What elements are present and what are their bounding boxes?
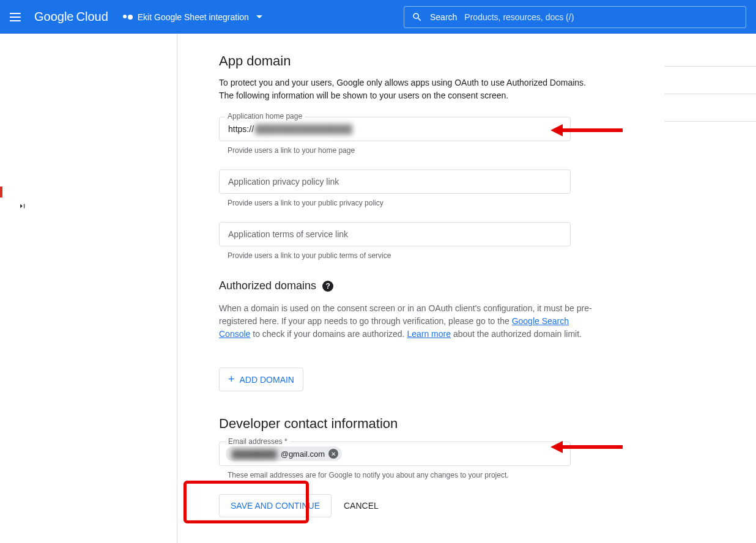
logo-cloud-text: Cloud bbox=[76, 10, 108, 24]
add-domain-label: ADD DOMAIN bbox=[240, 375, 294, 385]
plus-icon: + bbox=[228, 373, 235, 386]
project-name: Ekit Google Sheet integration bbox=[138, 12, 249, 22]
sidebar-active-marker bbox=[0, 187, 2, 198]
chevron-down-icon bbox=[256, 15, 262, 18]
tos-input[interactable] bbox=[219, 222, 571, 246]
home-page-helper: Provide users a link to your home page bbox=[228, 146, 598, 155]
home-page-label: Application home page bbox=[225, 112, 305, 120]
google-cloud-logo[interactable]: Google Cloud bbox=[34, 10, 108, 24]
help-icon[interactable]: ? bbox=[322, 281, 333, 292]
project-icon bbox=[123, 15, 133, 20]
authorized-domains-title-row: Authorized domains ? bbox=[219, 279, 598, 292]
logo-google-text: Google bbox=[34, 10, 74, 24]
search-placeholder: Products, resources, docs (/) bbox=[464, 12, 574, 22]
sidebar bbox=[0, 34, 177, 543]
privacy-helper: Provide users a link to your public priv… bbox=[228, 199, 598, 207]
developer-contact-title: Developer contact information bbox=[219, 416, 598, 432]
top-header: Google Cloud Ekit Google Sheet integrati… bbox=[0, 0, 756, 34]
content-area: App domain To protect you and your users… bbox=[195, 34, 623, 543]
email-helper: These email addresses are for Google to … bbox=[228, 471, 598, 479]
tos-field bbox=[219, 222, 598, 246]
privacy-input[interactable] bbox=[219, 169, 571, 194]
add-domain-button[interactable]: + ADD DOMAIN bbox=[219, 368, 303, 391]
email-addresses-label: Email addresses * bbox=[226, 437, 290, 446]
home-page-field: Application home page https:// █████████… bbox=[219, 117, 598, 141]
home-page-input[interactable]: https:// ████████████████ bbox=[219, 117, 571, 141]
button-row: SAVE AND CONTINUE CANCEL bbox=[219, 494, 598, 517]
main-layout: App domain To protect you and your users… bbox=[0, 34, 756, 543]
cancel-button[interactable]: CANCEL bbox=[344, 501, 379, 511]
project-selector[interactable]: Ekit Google Sheet integration bbox=[123, 12, 262, 22]
learn-more-link[interactable]: Learn more bbox=[407, 329, 451, 339]
search-bar[interactable]: Search Products, resources, docs (/) bbox=[404, 6, 746, 28]
authorized-domains-description: When a domain is used on the consent scr… bbox=[219, 302, 598, 341]
email-chip: ████████@gmail.com ✕ bbox=[226, 446, 342, 461]
app-domain-description: To protect you and your users, Google on… bbox=[219, 76, 598, 102]
save-and-continue-button[interactable]: SAVE AND CONTINUE bbox=[219, 494, 332, 517]
authorized-domains-title: Authorized domains bbox=[219, 279, 316, 292]
privacy-field bbox=[219, 169, 598, 194]
right-side-lines bbox=[664, 66, 756, 149]
search-icon bbox=[412, 12, 423, 23]
remove-email-icon[interactable]: ✕ bbox=[328, 449, 338, 459]
collapse-sidebar-icon[interactable] bbox=[17, 202, 26, 213]
email-addresses-field[interactable]: Email addresses * ████████@gmail.com ✕ bbox=[219, 441, 571, 466]
tos-helper: Provide users a link to your public term… bbox=[228, 251, 598, 260]
search-label: Search bbox=[430, 12, 457, 22]
menu-icon[interactable] bbox=[10, 10, 24, 24]
app-domain-title: App domain bbox=[219, 53, 598, 69]
